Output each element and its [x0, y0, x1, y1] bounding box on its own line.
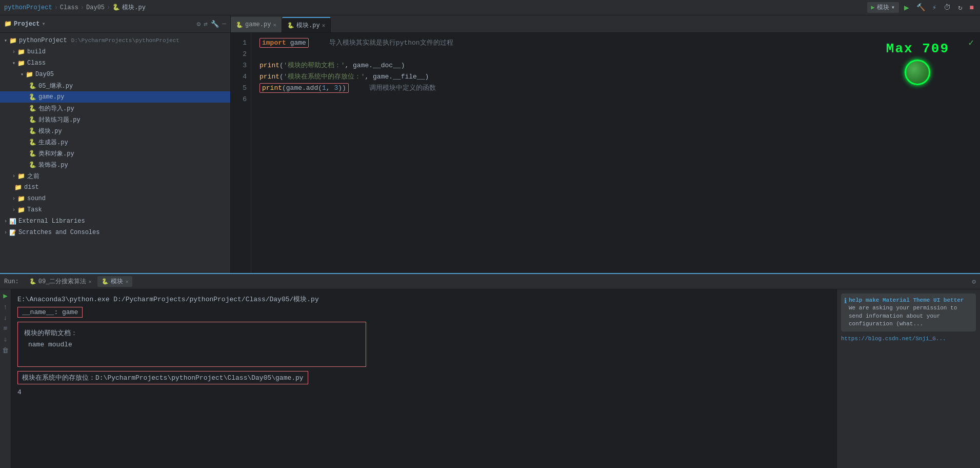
profile-button[interactable]: ⏱ [942, 3, 953, 13]
tree-item-class-obj[interactable]: 🐍 类和对象.py [0, 148, 230, 159]
terminal-help-content: name moudle [24, 339, 359, 350]
tree-item-task[interactable]: › 📁 Task [0, 204, 230, 216]
tab-module-run[interactable]: 🐍 模块 ✕ [97, 276, 132, 287]
bottom-tabs: Run: 🐍 09_二分搜索算法 ✕ 🐍 模块 ✕ ⚙ [0, 274, 980, 289]
info-icon: ℹ [844, 297, 847, 305]
code-line-6 [259, 93, 972, 105]
code-area[interactable]: import game 导入模块其实就是执行python文件的过程 print(… [251, 33, 980, 273]
notification-material-theme: ℹ help make Material Theme UI better We … [841, 294, 976, 332]
terminal-help-empty [24, 350, 359, 361]
line-num-5: 5 [231, 82, 251, 93]
run-config-label: 模块 [877, 3, 889, 12]
tab-module-py[interactable]: 🐍 模块.py ✕ [282, 17, 331, 32]
terminal-path-output: 模块在系统中的存放位：D:\PycharmProjects\pythonProj… [17, 371, 830, 384]
tree-item-day05[interactable]: ▾ 📁 Day05 [0, 69, 230, 80]
tab-module-run-label: 模块 [111, 277, 123, 286]
tree-item-module[interactable]: 🐍 模块.py [0, 125, 230, 136]
line-num-1: 1 [231, 37, 251, 48]
tree-item-before[interactable]: › 📁 之前 [0, 170, 230, 182]
tab-game-icon: 🐍 [236, 22, 243, 28]
editor-tabs: 🐍 game.py ✕ 🐍 模块.py ✕ [231, 15, 980, 33]
tree-item-scratches[interactable]: › 📝 Scratches and Consoles [0, 227, 230, 238]
code-line-1: import game 导入模块其实就是执行python文件的过程 [259, 37, 972, 48]
tab-module-run-icon: 🐍 [102, 278, 109, 285]
run-button[interactable]: ▶ [902, 2, 911, 14]
run-strip-play[interactable]: ▶ [3, 291, 7, 300]
code-line-2 [259, 48, 972, 60]
checkmark-icon: ✓ [968, 37, 974, 48]
tab-module-label: 模块.py [296, 21, 320, 30]
tab-binary-icon: 🐍 [29, 278, 36, 285]
run-config[interactable]: ▶ 模块 ▾ [867, 2, 899, 13]
run-strip-scroll[interactable]: ⇩ [4, 336, 8, 344]
breadcrumb-project[interactable]: pythonProject [4, 4, 52, 11]
tree-item-dist[interactable]: 📁 dist [0, 182, 230, 193]
code-line-3: print('模块的帮助文档：', game.__doc__) [259, 60, 972, 71]
tab-binary-search[interactable]: 🐍 09_二分搜索算法 ✕ [25, 276, 96, 287]
build-button[interactable]: 🔨 [914, 2, 927, 13]
breadcrumb-icon: 🐍 [112, 4, 120, 11]
terminal-path-box: 模块在系统中的存放位：D:\PycharmProjects\pythonProj… [17, 371, 308, 384]
run-strip-down[interactable]: ↓ [4, 314, 8, 322]
project-dropdown-icon[interactable]: ▾ [42, 20, 45, 28]
pycharm-version-text: https://blog.csdn.net/Snji_G... [841, 336, 946, 342]
code-line-5: print(game.add(1, 3)) 调用模块中定义的函数 [259, 82, 972, 93]
coverage-button[interactable]: ⚡ [930, 2, 938, 13]
tab-binary-close[interactable]: ✕ [88, 279, 91, 285]
minimize-icon[interactable]: — [222, 20, 226, 28]
bottom-left-strip: ▶ ↑ ↓ ≡ ⇩ 🗑 [0, 289, 11, 468]
tree-item-game[interactable]: 🐍 game.py [0, 91, 230, 103]
run-strip-up[interactable]: ↑ [4, 303, 8, 311]
stop-button[interactable]: ■ [968, 3, 976, 13]
tab-game-py[interactable]: 🐍 game.py ✕ [231, 17, 282, 32]
terminal-name-output: __name__: game [17, 307, 830, 318]
pycharm-version-link[interactable]: https://blog.csdn.net/Snji_G... [841, 336, 976, 342]
terminal-command-text: E:\Anaconda3\python.exe D:/PycharmProjec… [17, 295, 319, 304]
run-strip-trash[interactable]: 🗑 [2, 347, 9, 355]
game-widget: Max 709 [886, 41, 949, 85]
terminal-settings-icon[interactable]: ⚙ [972, 278, 976, 286]
terminal-area: E:\Anaconda3\python.exe D:/PycharmProjec… [11, 289, 836, 468]
line1-import-box: import game [259, 38, 309, 48]
tab-binary-label: 09_二分搜索算法 [38, 277, 87, 286]
tree-item-ext-libs[interactable]: › 📊 External Libraries [0, 216, 230, 227]
tree-item-generator[interactable]: 🐍 生成器.py [0, 136, 230, 148]
top-bar-right: ▶ 模块 ▾ ▶ 🔨 ⚡ ⏱ ↻ ■ [867, 2, 976, 14]
tree-item-import[interactable]: 🐍 包的导入.py [0, 103, 230, 114]
breadcrumb: pythonProject › Class › Day05 › 🐍 模块.py [4, 3, 867, 12]
top-bar: pythonProject › Class › Day05 › 🐍 模块.py … [0, 0, 980, 15]
tree-item-sound[interactable]: › 📁 sound [0, 193, 230, 204]
breadcrumb-class[interactable]: Class [60, 4, 78, 11]
line5-comment: 调用模块中定义的函数 [369, 83, 436, 92]
sidebar-project-label: Project [14, 21, 39, 28]
reload-button[interactable]: ↻ [956, 2, 964, 13]
run-config-icon: ▶ [871, 4, 875, 11]
tree-root[interactable]: ▾ 📁 pythonProject D:\PycharmProjects\pyt… [0, 35, 230, 46]
tab-game-close[interactable]: ✕ [273, 22, 276, 28]
notif-title: help make Material Theme UI better [849, 297, 973, 304]
tab-module-icon: 🐍 [287, 22, 294, 29]
tree-item-encap[interactable]: 🐍 封装练习题.py [0, 114, 230, 125]
code-line-4: print('模块在系统中的存放位：', game.__file__) [259, 71, 972, 82]
tab-module-run-close[interactable]: ✕ [125, 279, 128, 285]
settings-icon[interactable]: ⚙ [197, 20, 201, 28]
breadcrumb-file: 模块.py [122, 3, 146, 12]
terminal-command: E:\Anaconda3\python.exe D:/PycharmProjec… [17, 294, 830, 305]
tree-item-build[interactable]: › 📁 build [0, 46, 230, 57]
sidebar-title-row: 📁 Project ▾ [4, 20, 46, 28]
tree-item-decorator[interactable]: 🐍 装饰器.py [0, 159, 230, 170]
sidebar-header: 📁 Project ▾ ⚙ ⇄ 🔧 — [0, 15, 230, 33]
line5-print-box: print(game.add(1, 3)) [259, 83, 349, 93]
game-circle [905, 60, 930, 85]
breadcrumb-day05[interactable]: Day05 [86, 4, 105, 11]
tree-item-inherit[interactable]: 🐍 05_继承.py [0, 80, 230, 91]
tab-game-label: game.py [245, 21, 271, 28]
run-strip-filter[interactable]: ≡ [4, 325, 8, 333]
wrench-icon[interactable]: 🔧 [211, 20, 219, 28]
line-num-4: 4 [231, 71, 251, 82]
line-num-3: 3 [231, 60, 251, 71]
terminal-name-box: __name__: game [17, 307, 83, 318]
sync-icon[interactable]: ⇄ [204, 20, 208, 28]
tab-module-close[interactable]: ✕ [322, 22, 326, 29]
tree-item-class[interactable]: ▾ 📁 Class [0, 57, 230, 69]
